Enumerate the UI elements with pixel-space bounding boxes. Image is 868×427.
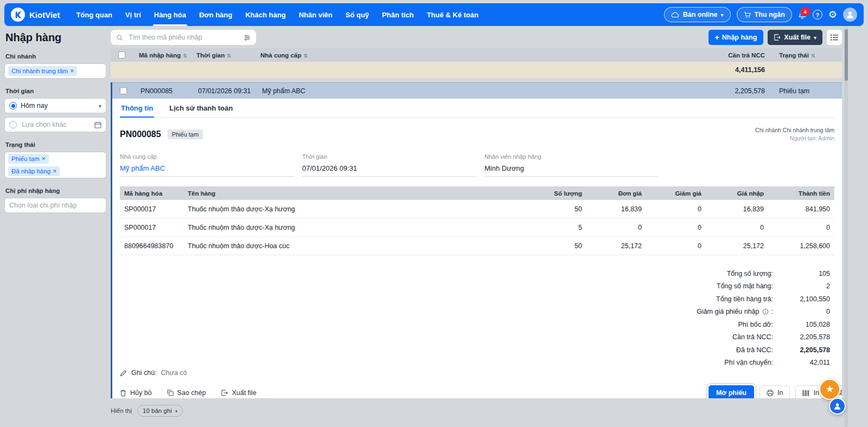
item-row[interactable]: 8809664983870 Thuốc nhuộm thảo dược-Hoa …: [120, 237, 834, 255]
page-size-select[interactable]: 10 bản ghi: [137, 405, 183, 417]
thu-ngan-label: Thu ngân: [755, 11, 785, 18]
status-filter-box[interactable]: Phiếu tạm Đã nhập hàng: [4, 152, 106, 178]
nav-tong-quan[interactable]: Tổng quan: [69, 3, 118, 26]
ban-online-button[interactable]: Bán online: [664, 7, 731, 22]
help-button[interactable]: [813, 10, 822, 20]
cost-filter-label: Chi phí nhập hàng: [5, 187, 106, 194]
caret-down-icon: [814, 34, 816, 41]
summary-label: Phí vận chuyển:: [724, 359, 773, 366]
status-filter-label: Trạng thái: [5, 141, 106, 148]
new-import-label: Nhập hàng: [722, 34, 757, 41]
time-custom-select[interactable]: [4, 117, 106, 132]
sort-icon: [225, 52, 231, 59]
radio-selected-icon[interactable]: [9, 102, 17, 109]
brand[interactable]: KiotViet: [11, 8, 60, 22]
cost-type-input[interactable]: [8, 201, 103, 210]
gear-icon: [828, 10, 837, 20]
edit-note-icon[interactable]: [120, 370, 127, 377]
export-document-label: Xuất file: [232, 389, 256, 397]
copy-icon: [167, 390, 174, 396]
item-price: 25,172: [586, 242, 646, 250]
nav-so-quy[interactable]: Sổ quỹ: [339, 3, 375, 26]
column-settings-button[interactable]: [827, 30, 842, 45]
barcode-icon: [802, 390, 809, 396]
table-row-selected[interactable]: PN000085 07/01/2026 09:31 Mỹ phẩm ABC 2,…: [112, 82, 842, 99]
remove-status-tag-icon[interactable]: [42, 156, 46, 162]
user-avatar[interactable]: [843, 8, 857, 22]
item-cost: 0: [706, 224, 768, 231]
header-code[interactable]: Mã nhập hàng: [132, 52, 196, 59]
notifications-button[interactable]: 4: [798, 10, 807, 19]
display-label: Hiển thị: [111, 407, 132, 414]
app: KiotViet Tổng quan Vị trí Hàng hóa Đơn h…: [0, 0, 868, 427]
item-total: 841,950: [768, 205, 834, 213]
export-document-button[interactable]: Xuất file: [221, 389, 256, 397]
filter-sliders-icon[interactable]: [244, 34, 251, 41]
new-import-button[interactable]: Nhập hàng: [709, 30, 764, 45]
remove-branch-tag-icon[interactable]: [70, 68, 74, 74]
supplier-link[interactable]: Mỹ phẩm ABC: [120, 164, 295, 177]
nav-hang-hoa[interactable]: Hàng hóa: [148, 3, 193, 26]
scrollbar-thumb[interactable]: [845, 29, 848, 81]
notification-badge: 4: [800, 7, 811, 16]
summary-value: 105,028: [773, 321, 834, 328]
search-box[interactable]: [111, 30, 256, 45]
remove-status-tag-icon[interactable]: [53, 168, 56, 174]
item-row[interactable]: SP000017 Thuốc nhuộm thảo dược-Xạ hương …: [120, 200, 834, 218]
list-footer: Hiển thị 10 bản ghi: [111, 405, 842, 417]
cancel-label: Hủy bỏ: [130, 389, 152, 397]
row-checkbox[interactable]: [120, 87, 127, 94]
item-row[interactable]: SP000017 Thuốc nhuộm thảo dược-Xạ hương …: [120, 218, 834, 237]
copy-document-button[interactable]: Sao chép: [167, 389, 206, 397]
open-document-button[interactable]: Mở phiếu: [709, 385, 754, 398]
row-time: 07/01/2026 09:31: [198, 87, 262, 95]
item-total: 1,258,600: [768, 242, 834, 250]
nav-phan-tich[interactable]: Phân tích: [375, 3, 420, 26]
item-name: Thuốc nhuộm thảo dược-Xạ hương: [188, 224, 535, 231]
nav-vi-tri[interactable]: Vị trí: [119, 3, 148, 26]
header-status[interactable]: Trạng thái: [765, 52, 842, 59]
print-button[interactable]: In: [760, 385, 790, 398]
nav-nhan-vien[interactable]: Nhân viên: [292, 3, 339, 26]
item-code: SP000017: [120, 224, 188, 231]
cancel-document-button[interactable]: Hủy bỏ: [120, 389, 152, 397]
header-supplier[interactable]: Nhà cung cấp: [260, 52, 667, 59]
radio-unselected-icon[interactable]: [9, 121, 17, 128]
totals-row: 4,411,156: [111, 62, 842, 78]
top-navigation-bar: KiotViet Tổng quan Vị trí Hàng hóa Đơn h…: [4, 3, 864, 26]
nav-don-hang[interactable]: Đơn hàng: [193, 3, 239, 26]
thu-ngan-button[interactable]: Thu ngân: [737, 7, 792, 22]
header-time[interactable]: Thời gian: [196, 52, 260, 59]
export-file-label: Xuất file: [784, 34, 810, 41]
star-icon: [825, 384, 834, 394]
header-payable[interactable]: Cần trả NCC: [667, 52, 765, 59]
tab-thong-tin[interactable]: Thông tin: [120, 99, 154, 117]
cost-filter-box[interactable]: [4, 198, 106, 213]
time-today-select[interactable]: Hôm nay: [4, 98, 106, 113]
status-tag-label: Đã nhập hàng: [11, 167, 50, 175]
custom-date-input[interactable]: [21, 120, 91, 129]
row-supplier: Mỹ phẩm ABC: [262, 87, 667, 95]
detail-panel: Thông tin Lịch sử thanh toán PN000085 Ph…: [112, 99, 842, 398]
export-file-button[interactable]: Xuất file: [768, 30, 822, 45]
settings-button[interactable]: [828, 10, 837, 20]
nav-thue-ke-toan[interactable]: Thuế & Kế toán: [420, 3, 485, 26]
search-icon: [116, 34, 123, 41]
nav-khach-hang[interactable]: Khách hàng: [239, 3, 292, 26]
summary-row: Cần trả NCC: 2,205,578: [732, 331, 834, 344]
detail-actions: Hủy bỏ Sao chép Xuất file: [120, 385, 834, 398]
select-all-checkbox[interactable]: [118, 51, 125, 59]
tab-lich-su-thanh-toan[interactable]: Lịch sử thanh toán: [168, 99, 234, 117]
support-fab-button[interactable]: [829, 398, 846, 415]
topbar-actions: Bán online Thu ngân 4: [664, 7, 857, 22]
item-qty: 5: [535, 224, 586, 231]
rewards-fab-button[interactable]: [819, 379, 840, 400]
item-discount: 0: [646, 242, 706, 250]
info-icon[interactable]: [762, 308, 769, 315]
items-table: Mã hàng hóa Tên hàng Số lượng Đơn giá Gi…: [120, 186, 834, 255]
branch-filter-box[interactable]: Chi nhánh trung tâm: [4, 63, 106, 79]
sort-icon: [301, 52, 308, 59]
summary-row: Phí bốc dỡ: 105,028: [738, 318, 834, 331]
search-input[interactable]: [127, 33, 239, 42]
document-fields: Nhà cung cấp Mỹ phẩm ABC Thời gian 07/01…: [120, 153, 834, 177]
